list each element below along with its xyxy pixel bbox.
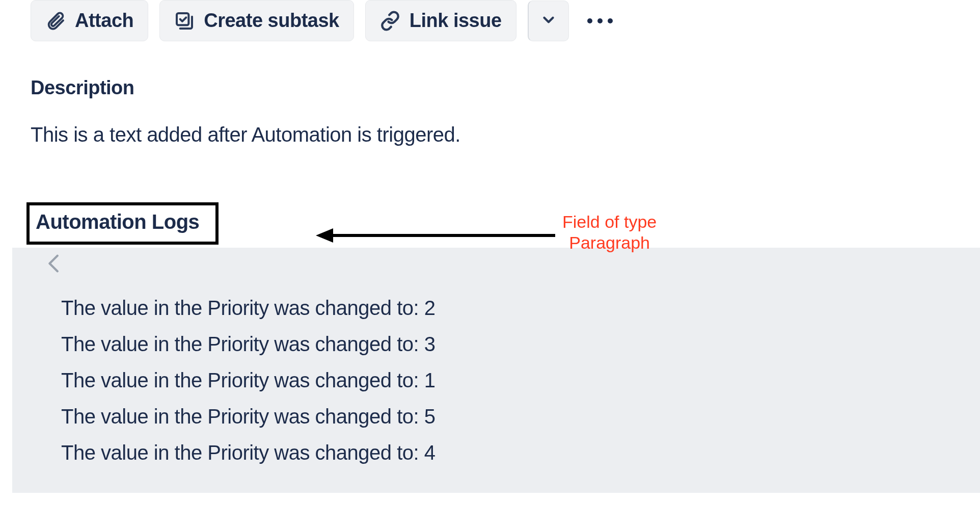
link-issue-label: Link issue (410, 10, 502, 32)
annotation-line1: Field of type (562, 212, 657, 231)
more-icon (587, 18, 592, 23)
description-heading: Description (31, 77, 949, 99)
attach-label: Attach (75, 10, 133, 32)
automation-logs-heading-box: Automation Logs (26, 202, 219, 245)
log-line: The value in the Priority was changed to… (61, 441, 980, 464)
automation-logs-panel[interactable]: The value in the Priority was changed to… (12, 248, 980, 493)
svg-marker-2 (316, 228, 333, 243)
create-subtask-button[interactable]: Create subtask (159, 0, 353, 41)
log-line: The value in the Priority was changed to… (61, 297, 980, 320)
subtask-icon (174, 11, 195, 31)
log-line: The value in the Priority was changed to… (61, 405, 980, 428)
more-icon (608, 18, 613, 23)
link-issue-button[interactable]: Link issue (365, 0, 516, 41)
description-text[interactable]: This is a text added after Automation is… (31, 123, 949, 146)
create-subtask-label: Create subtask (204, 10, 339, 32)
more-actions-button[interactable] (580, 1, 620, 41)
more-icon (597, 18, 603, 23)
log-line: The value in the Priority was changed to… (61, 333, 980, 356)
attach-icon (45, 11, 66, 31)
attach-button[interactable]: Attach (31, 0, 148, 41)
annotation-line2: Paragraph (569, 233, 650, 252)
link-icon (380, 11, 400, 31)
actions-toolbar: Attach Create subtask Link issue (31, 0, 949, 41)
chevron-down-icon (540, 11, 557, 31)
collapse-chevron-icon[interactable] (43, 249, 66, 280)
automation-logs-heading: Automation Logs (36, 210, 199, 233)
arrow-left-icon (316, 225, 555, 246)
log-line: The value in the Priority was changed to… (61, 369, 980, 392)
link-issue-dropdown-button[interactable] (528, 1, 569, 41)
annotation: Field of type Paragraph (316, 215, 657, 256)
annotation-text: Field of type Paragraph (562, 212, 657, 253)
svg-rect-0 (177, 13, 188, 25)
